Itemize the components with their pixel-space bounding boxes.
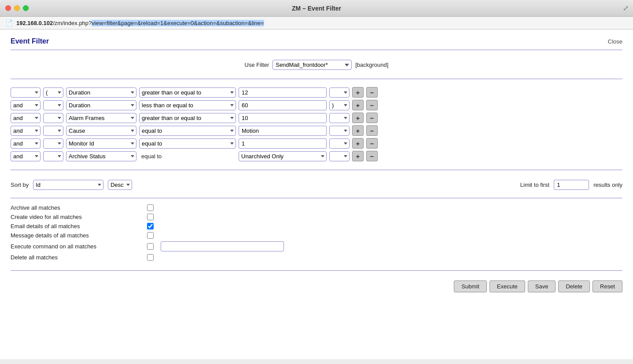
maximize-button[interactable] [23, 5, 29, 11]
bracket-open-select-3[interactable] [43, 113, 63, 123]
bottom-buttons: Submit Execute Save Delete Reset [11, 274, 622, 294]
minimize-button[interactable] [14, 5, 20, 11]
add-row-button-1[interactable]: + [352, 87, 364, 98]
bottom-divider [11, 270, 622, 271]
use-filter-select[interactable]: SendMail_frontdoor* [272, 60, 352, 70]
conjunction-select-5[interactable]: and [11, 138, 40, 149]
sort-dir-select[interactable]: Desc Asc [108, 180, 132, 190]
close-link[interactable]: Close [608, 38, 622, 45]
check-video-row: Create video for all matches [11, 214, 622, 220]
table-row: and Duration less than or equal to ) + − [11, 100, 622, 110]
limit-label: Limit to first [520, 182, 549, 188]
page-header: Event Filter Close [11, 37, 622, 45]
add-row-button-3[interactable]: + [352, 113, 364, 123]
remove-row-button-6[interactable]: − [366, 151, 378, 161]
add-row-button-6[interactable]: + [352, 151, 364, 161]
background-label: [background] [355, 62, 388, 68]
bracket-open-select-5[interactable] [43, 138, 63, 149]
value-select-6[interactable]: Unarchived Only Archived Only All [239, 151, 327, 161]
check-message-label: Message details of all matches [11, 232, 143, 239]
execute-cmd-input[interactable] [161, 241, 284, 251]
check-execute-row: Execute command on all matches [11, 241, 622, 251]
add-row-button-4[interactable]: + [352, 125, 364, 136]
remove-row-button-2[interactable]: − [366, 100, 378, 110]
sort-by-label: Sort by [11, 182, 29, 188]
add-row-button-5[interactable]: + [352, 138, 364, 149]
operator-text-6: equal to [139, 152, 236, 161]
check-execute-input[interactable] [147, 243, 154, 250]
bracket-open-select-6[interactable] [43, 151, 63, 161]
table-row: and Monitor Id equal to + − [11, 138, 622, 149]
check-archive-input[interactable] [147, 204, 154, 211]
attribute-select-6[interactable]: Archive Status [66, 151, 136, 161]
check-email-input[interactable] [147, 223, 154, 229]
sort-field-select[interactable]: Id [33, 180, 103, 190]
check-archive-row: Archive all matches [11, 204, 622, 211]
value-input-3[interactable] [239, 113, 327, 123]
table-row: and Cause equal to + − [11, 125, 622, 136]
checks-divider [11, 198, 622, 198]
check-delete-row: Delete all matches [11, 254, 622, 261]
remove-row-button-1[interactable]: − [366, 87, 378, 98]
operator-select-2[interactable]: less than or equal to [139, 100, 236, 110]
close-button[interactable] [5, 5, 11, 11]
attribute-select-2[interactable]: Duration [66, 100, 136, 110]
limit-input[interactable] [554, 180, 589, 190]
suffix-select-6[interactable] [329, 151, 350, 161]
check-video-input[interactable] [147, 214, 154, 220]
conjunction-select-6[interactable]: and [11, 151, 40, 161]
suffix-select-1[interactable] [329, 87, 350, 98]
titlebar: ZM – Event Filter ⤢ [0, 0, 633, 17]
titlebar-title: ZM – Event Filter [292, 5, 341, 12]
check-archive-label: Archive all matches [11, 204, 143, 211]
submit-button[interactable]: Submit [454, 280, 486, 292]
attribute-select-5[interactable]: Monitor Id [66, 138, 136, 149]
remove-row-button-5[interactable]: − [366, 138, 378, 149]
filter-section: ( Duration greater than or equal to + − … [11, 83, 622, 166]
header-divider [11, 50, 622, 50]
operator-select-3[interactable]: greater than or equal to [139, 113, 236, 123]
save-button[interactable]: Save [528, 280, 556, 292]
delete-button[interactable]: Delete [558, 280, 590, 292]
attribute-select-3[interactable]: Alarm Frames [66, 113, 136, 123]
page-icon: 📄 [5, 19, 13, 26]
table-row: and Archive Status equal to Unarchived O… [11, 151, 622, 161]
sort-divider [11, 170, 622, 170]
execute-button[interactable]: Execute [489, 280, 525, 292]
conjunction-select-2[interactable]: and [11, 100, 40, 110]
suffix-select-2[interactable]: ) [329, 100, 350, 110]
check-message-input[interactable] [147, 232, 154, 239]
conjunction-select-3[interactable]: and [11, 113, 40, 123]
conjunction-select-4[interactable]: and [11, 126, 40, 136]
check-delete-label: Delete all matches [11, 254, 143, 261]
value-input-1[interactable] [239, 87, 327, 98]
reset-button[interactable]: Reset [593, 280, 622, 292]
bracket-open-select-1[interactable]: ( [43, 87, 63, 98]
add-row-button-2[interactable]: + [352, 100, 364, 110]
value-input-2[interactable] [239, 100, 327, 110]
address-url: 192.168.0.102/zm/index.php?view=filter&p… [16, 20, 264, 26]
addressbar: 📄 192.168.0.102/zm/index.php?view=filter… [0, 17, 633, 29]
remove-row-button-3[interactable]: − [366, 113, 378, 123]
remove-row-button-4[interactable]: − [366, 125, 378, 136]
suffix-select-4[interactable] [329, 126, 350, 136]
attribute-select-4[interactable]: Cause [66, 126, 136, 136]
check-delete-input[interactable] [147, 254, 154, 261]
check-execute-label: Execute command on all matches [11, 243, 143, 250]
results-label: results only [593, 182, 622, 188]
operator-select-1[interactable]: greater than or equal to [139, 87, 236, 98]
value-input-4[interactable] [239, 126, 327, 136]
suffix-select-3[interactable] [329, 113, 350, 123]
table-row: ( Duration greater than or equal to + − [11, 87, 622, 98]
operator-select-5[interactable]: equal to [139, 138, 236, 149]
suffix-select-5[interactable] [329, 138, 350, 149]
operator-select-4[interactable]: equal to [139, 126, 236, 136]
use-filter-label: Use Filter [245, 62, 269, 68]
resize-icon: ⤢ [623, 4, 629, 12]
bracket-open-select-2[interactable] [43, 100, 63, 110]
value-input-5[interactable] [239, 138, 327, 149]
titlebar-buttons [5, 5, 29, 11]
attribute-select-1[interactable]: Duration [66, 87, 136, 98]
bracket-open-select-4[interactable] [43, 126, 63, 136]
conjunction-select-1[interactable] [11, 87, 40, 98]
